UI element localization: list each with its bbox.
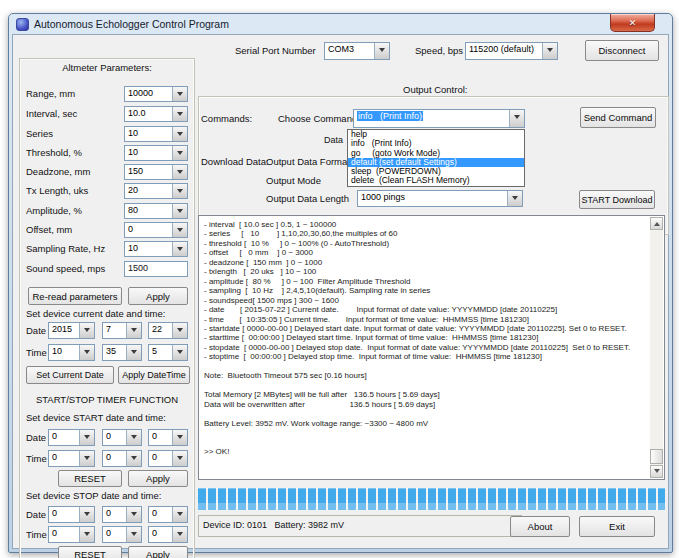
scrollbar-thumb[interactable] — [650, 449, 663, 464]
chevron-down-icon[interactable] — [374, 43, 389, 59]
stop-year-dropdown[interactable]: 0 — [48, 506, 95, 523]
chevron-down-icon[interactable] — [172, 204, 187, 218]
txlength-dropdown[interactable]: 20 — [124, 183, 188, 199]
log-scrollbar[interactable] — [650, 217, 663, 478]
interval-dropdown[interactable]: 10.0 — [124, 106, 188, 122]
set-current-date-button[interactable]: Set Current Date — [26, 366, 114, 384]
series-dropdown[interactable]: 10 — [124, 126, 188, 142]
disconnect-button[interactable]: Disconnect — [585, 40, 659, 61]
stop-day-dropdown[interactable]: 0 — [148, 506, 188, 523]
deadzone-dropdown[interactable]: 150 — [124, 164, 188, 180]
chevron-down-icon[interactable] — [172, 430, 187, 445]
stop-hour-dropdown[interactable]: 0 — [48, 526, 95, 543]
chevron-down-icon[interactable] — [172, 127, 187, 141]
threshold-value: 10 — [125, 146, 172, 160]
stop-year-value: 0 — [49, 507, 79, 522]
close-icon: ✕ — [629, 18, 637, 28]
range-dropdown[interactable]: 10000 — [124, 86, 188, 102]
stop-reset-button[interactable]: RESET — [58, 546, 122, 558]
chevron-down-icon[interactable] — [172, 451, 187, 466]
chevron-down-icon[interactable] — [172, 146, 187, 160]
chevron-down-icon[interactable] — [126, 507, 141, 522]
chevron-down-icon[interactable] — [172, 165, 187, 179]
chevron-down-icon[interactable] — [172, 345, 187, 360]
chevron-down-icon[interactable] — [79, 323, 94, 338]
output-mode-label: Output Mode — [266, 175, 321, 186]
title-bar[interactable]: Autonomous Echologger Control Program — [9, 14, 672, 34]
chevron-down-icon[interactable] — [542, 43, 557, 59]
exit-button[interactable]: Exit — [579, 516, 655, 537]
chevron-down-icon[interactable] — [126, 345, 141, 360]
current-second-value: 5 — [149, 345, 172, 360]
output-data-length-dropdown[interactable]: 1000 pings — [357, 190, 523, 207]
screenshot-canvas: Autonomous Echologger Control Program ✕ … — [0, 0, 679, 558]
send-command-button[interactable]: Send Command — [580, 107, 656, 128]
start-minute-dropdown[interactable]: 0 — [102, 450, 142, 467]
close-button[interactable]: ✕ — [610, 14, 655, 32]
chevron-down-icon[interactable] — [172, 87, 187, 101]
amplitude-dropdown[interactable]: 80 — [124, 203, 188, 219]
chevron-down-icon[interactable] — [509, 110, 524, 127]
output-control-title: Output Control: — [403, 84, 467, 95]
chevron-down-icon[interactable] — [172, 223, 187, 237]
command-dropdown[interactable]: info (Print Info) — [353, 109, 525, 128]
console-log-area[interactable]: - interval [ 10.0 sec ] 0.5, 1 ~ 100000 … — [198, 215, 665, 480]
start-second-dropdown[interactable]: 0 — [148, 450, 188, 467]
txlength-label: Tx Length, uks — [26, 185, 88, 196]
chevron-down-icon[interactable] — [172, 107, 187, 121]
chevron-down-icon[interactable] — [126, 430, 141, 445]
current-date-row: Date 2015 7 22 — [20, 322, 194, 339]
serial-port-dropdown[interactable]: COM3 — [324, 42, 390, 60]
param-row-series: Series 10 — [20, 126, 194, 142]
chevron-down-icon[interactable] — [79, 451, 94, 466]
speed-dropdown[interactable]: 115200 (default) — [465, 42, 558, 60]
console-text: - interval [ 10.0 sec ] 0.5, 1 ~ 100000 … — [204, 220, 648, 477]
stop-minute-dropdown[interactable]: 0 — [102, 526, 142, 543]
serial-port-label: Serial Port Number — [235, 45, 316, 56]
chevron-down-icon[interactable] — [79, 430, 94, 445]
apply-datetime-button[interactable]: Apply DateTime — [118, 366, 190, 384]
start-hour-dropdown[interactable]: 0 — [48, 450, 95, 467]
current-month-dropdown[interactable]: 7 — [102, 322, 142, 339]
start-apply-button[interactable]: Apply — [128, 470, 188, 487]
offset-dropdown[interactable]: 0 — [124, 222, 188, 238]
chevron-down-icon[interactable] — [172, 507, 187, 522]
scroll-down-icon[interactable] — [650, 465, 663, 478]
chevron-down-icon[interactable] — [126, 527, 141, 542]
chevron-down-icon[interactable] — [126, 323, 141, 338]
about-button[interactable]: About — [510, 516, 570, 537]
apply-parameters-button[interactable]: Apply — [128, 287, 188, 305]
start-year-dropdown[interactable]: 0 — [48, 429, 95, 446]
sampling-rate-dropdown[interactable]: 10 — [124, 241, 188, 257]
start-download-button[interactable]: START Download — [579, 190, 655, 209]
output-data-length-value: 1000 pings — [358, 191, 507, 206]
stop-apply-button[interactable]: Apply — [128, 546, 188, 558]
chevron-down-icon[interactable] — [79, 527, 94, 542]
chevron-down-icon[interactable] — [172, 184, 187, 198]
current-month-value: 7 — [103, 323, 126, 338]
start-month-dropdown[interactable]: 0 — [102, 429, 142, 446]
current-hour-dropdown[interactable]: 10 — [48, 344, 95, 361]
timer-function-title: START/STOP TIMER FUNCTION — [20, 394, 194, 405]
chevron-down-icon[interactable] — [172, 527, 187, 542]
stop-second-dropdown[interactable]: 0 — [148, 526, 188, 543]
start-reset-button[interactable]: RESET — [58, 470, 122, 487]
reread-parameters-button[interactable]: Re-read parameters — [28, 287, 122, 305]
soundspeed-input[interactable]: 1500 — [124, 261, 188, 277]
chevron-down-icon[interactable] — [79, 507, 94, 522]
chevron-down-icon[interactable] — [126, 451, 141, 466]
chevron-down-icon[interactable] — [172, 242, 187, 256]
current-year-dropdown[interactable]: 2015 — [48, 322, 95, 339]
current-minute-dropdown[interactable]: 35 — [102, 344, 142, 361]
current-second-dropdown[interactable]: 5 — [148, 344, 188, 361]
scroll-up-icon[interactable] — [650, 217, 663, 230]
chevron-down-icon[interactable] — [172, 323, 187, 338]
sampling-rate-value: 10 — [125, 242, 172, 256]
current-day-dropdown[interactable]: 22 — [148, 322, 188, 339]
chevron-down-icon[interactable] — [507, 191, 522, 206]
threshold-dropdown[interactable]: 10 — [124, 145, 188, 161]
start-day-dropdown[interactable]: 0 — [148, 429, 188, 446]
dropdown-item-delete[interactable]: delete (Clean FLASH Memory) — [348, 176, 524, 185]
chevron-down-icon[interactable] — [79, 345, 94, 360]
stop-month-dropdown[interactable]: 0 — [102, 506, 142, 523]
